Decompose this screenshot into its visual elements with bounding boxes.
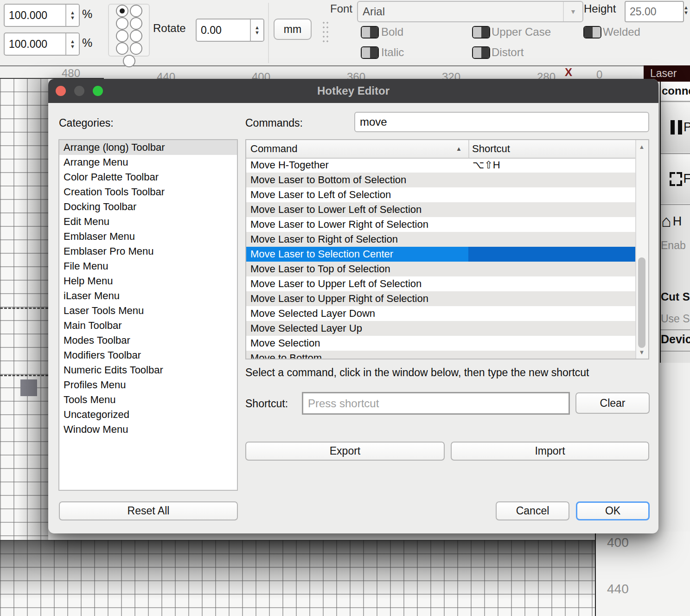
scroll-down-icon[interactable]: ▼ — [636, 349, 647, 356]
command-cell[interactable]: Move Selection — [246, 336, 468, 351]
down-arrow-icon[interactable]: ▼ — [255, 30, 260, 35]
category-item[interactable]: Arrange (long) Toolbar — [59, 140, 237, 155]
command-row[interactable]: Move Laser to Upper Right of Selection — [246, 291, 636, 306]
cut-selected-label[interactable]: Cut S — [661, 290, 690, 303]
import-button[interactable]: Import — [451, 442, 649, 461]
category-item[interactable]: File Menu — [59, 259, 237, 274]
shortcut-cell[interactable] — [468, 291, 636, 306]
rotate-stepper[interactable]: ▲▼ — [250, 19, 263, 41]
category-item[interactable]: Help Menu — [59, 274, 237, 289]
shortcut-cell[interactable] — [468, 202, 636, 217]
reset-all-button[interactable]: Reset All — [59, 501, 238, 520]
command-cell[interactable]: Move to Bottom — [246, 351, 468, 359]
command-row[interactable]: Move Laser to Top of Selection — [246, 262, 636, 276]
shortcut-cell[interactable] — [468, 173, 636, 187]
command-row[interactable]: Move to Bottom — [246, 351, 636, 359]
scale-x-value[interactable]: 100.000 — [5, 5, 65, 26]
export-button[interactable]: Export — [245, 442, 445, 461]
category-item[interactable]: Profiles Menu — [59, 378, 237, 392]
command-row[interactable]: Move Laser to Left of Selection — [246, 187, 636, 202]
commands-table[interactable]: Command ▲ Shortcut Move H-Together⌥⇧HMov… — [245, 139, 649, 359]
shortcut-input[interactable] — [302, 392, 570, 415]
zoom-button[interactable] — [93, 86, 103, 96]
bold-toggle[interactable] — [361, 26, 379, 38]
scale-x-stepper[interactable]: ▲▼ — [65, 5, 79, 26]
home-button[interactable]: ⌂ H — [661, 206, 690, 237]
height-spinbox[interactable]: 25.00 — [625, 1, 684, 22]
category-item[interactable]: Docking Toolbar — [59, 199, 237, 214]
close-button[interactable] — [56, 86, 66, 96]
scale-x-spinbox[interactable]: 100.000 ▲▼ — [4, 4, 80, 27]
anchor-point-grid[interactable] — [108, 4, 150, 57]
commands-search-input[interactable] — [354, 112, 649, 132]
category-item[interactable]: Uncategorized — [59, 407, 237, 422]
shortcut-cell[interactable] — [468, 262, 636, 276]
minimize-button[interactable] — [74, 86, 84, 96]
command-cell[interactable]: Move Laser to Left of Selection — [246, 187, 468, 202]
shortcut-cell[interactable] — [468, 247, 636, 262]
command-row[interactable]: Move H-Together⌥⇧H — [246, 158, 636, 173]
shortcut-cell[interactable]: ⌥⇧H — [468, 158, 636, 173]
anchor-radio[interactable] — [130, 5, 142, 17]
anchor-radio[interactable] — [116, 42, 128, 55]
category-item[interactable]: Creation Tools Toolbar — [59, 185, 237, 199]
table-scrollbar[interactable]: ▲ ▼ — [635, 140, 648, 359]
category-item[interactable]: Edit Menu — [59, 214, 237, 229]
anchor-radio-selected[interactable] — [116, 5, 128, 17]
scale-y-value[interactable]: 100.000 — [5, 33, 65, 55]
command-cell[interactable]: Move Laser to Upper Left of Selection — [246, 276, 468, 291]
uppercase-toggle[interactable] — [472, 26, 490, 38]
shortcut-cell[interactable] — [468, 336, 636, 351]
column-divider[interactable] — [468, 140, 469, 158]
devices-label[interactable]: Devic — [661, 333, 690, 346]
category-item[interactable]: Window Menu — [59, 422, 237, 437]
category-item[interactable]: Emblaser Menu — [59, 229, 237, 244]
shortcut-cell[interactable] — [468, 232, 636, 247]
command-cell[interactable]: Move Laser to Lower Right of Selection — [246, 217, 468, 232]
command-cell[interactable]: Move H-Together — [246, 158, 468, 173]
command-row[interactable]: Move Laser to Right of Selection — [246, 232, 636, 247]
anchor-radio[interactable] — [116, 30, 128, 42]
command-row[interactable]: Move Selected Layer Down — [246, 306, 636, 321]
units-button[interactable]: mm — [274, 19, 312, 40]
pause-button[interactable]: P — [661, 102, 690, 152]
command-cell[interactable]: Move Laser to Bottom of Selection — [246, 173, 468, 187]
category-item[interactable]: Color Palette Toolbar — [59, 170, 237, 185]
anchor-radio[interactable] — [116, 17, 128, 30]
command-cell[interactable]: Move Laser to Lower Left of Selection — [246, 202, 468, 217]
scale-y-spinbox[interactable]: 100.000 ▲▼ — [4, 32, 80, 56]
shortcut-cell[interactable] — [468, 351, 636, 359]
dialog-titlebar[interactable]: Hotkey Editor — [48, 79, 658, 103]
category-item[interactable]: Modes Toolbar — [59, 333, 237, 348]
command-row[interactable]: Move Laser to Lower Left of Selection — [246, 202, 636, 217]
use-selection-label[interactable]: Use S — [661, 313, 690, 325]
command-cell[interactable]: Move Laser to Right of Selection — [246, 232, 468, 247]
font-dropdown[interactable]: Arial ▼ — [357, 1, 583, 22]
down-arrow-icon[interactable]: ▼ — [70, 15, 75, 20]
distort-toggle[interactable] — [472, 46, 490, 59]
shortcut-cell[interactable] — [468, 321, 636, 336]
category-item[interactable]: Emblaser Pro Menu — [59, 244, 237, 259]
command-column-header[interactable]: Command — [250, 143, 297, 155]
shortcut-cell[interactable] — [468, 187, 636, 202]
category-item[interactable]: iLaser Menu — [59, 289, 237, 303]
clear-button[interactable]: Clear — [575, 392, 650, 414]
command-cell[interactable]: Move Selected Layer Up — [246, 321, 468, 336]
shortcut-cell[interactable] — [468, 276, 636, 291]
shortcut-cell[interactable] — [468, 306, 636, 321]
categories-list[interactable]: Arrange (long) ToolbarArrange MenuColor … — [58, 139, 238, 491]
anchor-radio[interactable] — [123, 55, 135, 67]
scrollbar-thumb[interactable] — [638, 257, 645, 348]
shortcut-cell[interactable] — [468, 217, 636, 232]
down-arrow-icon[interactable]: ▼ — [70, 44, 75, 49]
ok-button[interactable]: OK — [576, 501, 650, 520]
anchor-radio[interactable] — [130, 30, 142, 42]
toolbar-drag-handle[interactable] — [322, 20, 329, 45]
command-row[interactable]: Move Selection — [246, 336, 636, 351]
category-item[interactable]: Arrange Menu — [59, 155, 237, 170]
command-row[interactable]: Move Laser to Lower Right of Selection — [246, 217, 636, 232]
rotate-spinbox[interactable]: 0.00 ▲▼ — [196, 19, 264, 42]
command-row[interactable]: Move Selected Layer Up — [246, 321, 636, 336]
rotate-value[interactable]: 0.00 — [197, 19, 250, 41]
anchor-radio[interactable] — [130, 17, 142, 30]
